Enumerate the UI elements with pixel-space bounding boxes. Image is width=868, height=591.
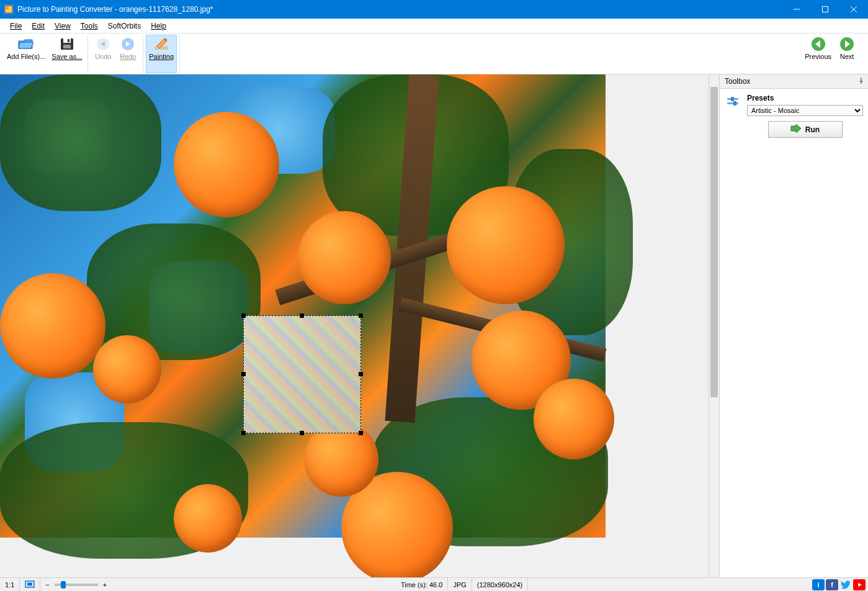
svg-point-14 [164,38,167,41]
social-links: i f [812,579,868,590]
resize-handle-se[interactable] [359,431,363,435]
statusbar: 1:1 − + Time (s): 46.0 JPG (1280x960x24)… [0,577,868,591]
menu-softorbits[interactable]: SoftOrbits [103,20,146,32]
window-controls [782,0,868,19]
status-format: JPG [448,578,472,591]
zoom-in-button[interactable]: + [103,581,107,589]
menu-help[interactable]: Help [146,20,171,32]
minimize-button[interactable] [782,0,811,19]
sliders-icon[interactable] [726,96,741,111]
zoom-slider[interactable] [55,584,98,586]
zoom-slider-knob[interactable] [61,581,66,589]
undo-arrow-icon [94,37,112,52]
main-area: Toolbox Presets Artistic - Mosaic Run [0,74,868,577]
toolbar: Add File(s)... Save as... Undo Redo Pain… [0,34,868,74]
close-button[interactable] [839,0,868,19]
run-arrow-icon [790,124,802,135]
floppy-disk-icon [58,37,76,52]
menu-tools[interactable]: Tools [76,20,103,32]
svg-rect-20 [733,101,736,106]
svg-rect-4 [823,7,828,12]
resize-handle-w[interactable] [241,372,246,376]
menubar: File Edit View Tools SoftOrbits Help [0,19,868,34]
window-title: Picture to Painting Converter - oranges-… [17,5,782,14]
titlebar: Picture to Painting Converter - oranges-… [0,0,868,19]
svg-rect-22 [27,582,32,585]
image-preview[interactable] [0,74,606,538]
redo-arrow-icon [119,37,136,52]
undo-button[interactable]: Undo [91,35,115,73]
scrollbar-thumb[interactable] [710,87,718,397]
resize-handle-nw[interactable] [241,314,246,318]
status-time: Time (s): 46.0 [396,578,448,591]
pin-icon[interactable] [858,77,864,86]
fit-screen-button[interactable] [20,578,40,591]
svg-point-2 [6,7,9,9]
svg-rect-8 [63,38,71,43]
svg-rect-18 [727,102,738,104]
canvas-area[interactable] [0,74,719,577]
vertical-scrollbar[interactable] [709,74,719,577]
run-button[interactable]: Run [768,121,843,138]
svg-rect-1 [5,6,12,13]
zoom-controls: − + [40,578,112,591]
preset-select[interactable]: Artistic - Mosaic [747,105,863,116]
maximize-button[interactable] [811,0,839,19]
redo-button[interactable]: Redo [115,35,140,73]
youtube-icon[interactable] [853,579,866,590]
app-icon [4,4,14,14]
zoom-out-button[interactable]: − [45,581,49,589]
toolbox-header: Toolbox [720,74,868,89]
info-icon[interactable]: i [812,579,825,590]
facebook-icon[interactable]: f [826,579,838,590]
resize-handle-s[interactable] [300,431,304,435]
zoom-ratio[interactable]: 1:1 [0,578,20,591]
resize-handle-n[interactable] [300,314,304,318]
svg-rect-19 [731,97,734,101]
svg-rect-10 [68,39,69,42]
resize-handle-ne[interactable] [359,314,363,318]
painting-button[interactable]: Painting [146,35,177,73]
resize-handle-e[interactable] [359,372,363,376]
save-as-button[interactable]: Save as... [48,35,85,73]
svg-rect-9 [63,45,71,48]
paintbrush-icon [153,37,170,52]
presets-label: Presets [747,94,863,102]
previous-button[interactable]: Previous [802,35,834,73]
menu-view[interactable]: View [50,20,76,32]
next-arrow-icon [838,37,856,52]
folder-open-icon [17,37,35,52]
next-button[interactable]: Next [834,35,859,73]
toolbox-panel: Toolbox Presets Artistic - Mosaic Run [719,74,868,577]
add-files-button[interactable]: Add File(s)... [4,35,48,73]
selection-marquee[interactable] [243,315,361,433]
twitter-icon[interactable] [839,579,852,590]
previous-arrow-icon [810,37,827,52]
fit-screen-icon [25,580,35,589]
resize-handle-sw[interactable] [241,431,246,435]
menu-file[interactable]: File [5,20,27,32]
menu-edit[interactable]: Edit [27,20,50,32]
status-dimensions: (1280x960x24) [472,578,528,591]
